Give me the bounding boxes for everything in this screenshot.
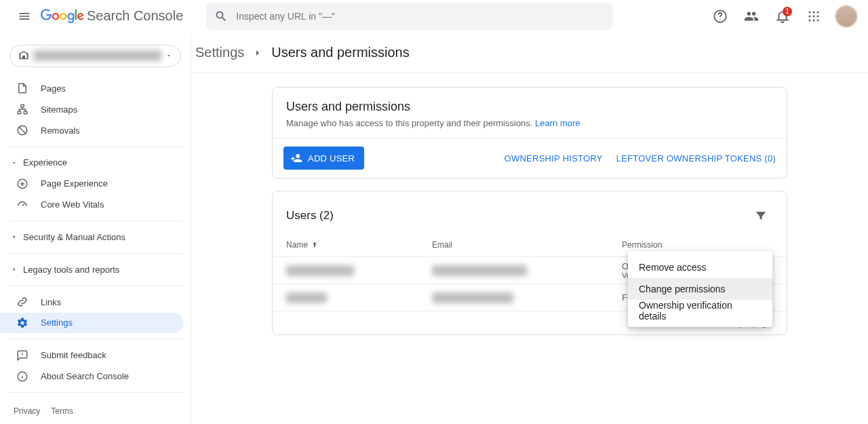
gear-icon: [16, 317, 28, 329]
circle-plus-icon: [16, 178, 28, 190]
menu-item-ownership-verification[interactable]: Ownership verification details: [628, 300, 772, 322]
product-name: Search Console: [87, 8, 183, 24]
users-count-title: Users (2): [286, 209, 334, 223]
sidebar: Pages Sitemaps Removals Experience Page …: [0, 33, 191, 424]
leftover-tokens-link[interactable]: LEFTOVER OWNERSHIP TOKENS (0): [616, 153, 776, 163]
page-icon: [16, 82, 28, 94]
email-redacted: [432, 292, 513, 303]
people-button[interactable]: [738, 3, 765, 30]
help-button[interactable]: [707, 3, 734, 30]
sidebar-item-pages[interactable]: Pages: [0, 78, 184, 99]
help-icon: [713, 9, 728, 24]
name-redacted: [286, 292, 327, 303]
svg-rect-11: [21, 104, 24, 107]
search-icon: [214, 9, 228, 23]
chevron-down-icon: [165, 52, 172, 59]
svg-point-5: [809, 15, 811, 17]
sidebar-item-sitemaps[interactable]: Sitemaps: [0, 99, 184, 120]
col-email[interactable]: Email: [432, 240, 622, 250]
sidebar-item-label: Links: [41, 297, 61, 307]
svg-point-9: [813, 19, 815, 21]
block-icon: [16, 124, 28, 136]
speed-icon: [16, 199, 28, 211]
domain-icon: [18, 50, 29, 61]
sidebar-item-core-web-vitals[interactable]: Core Web Vitals: [0, 194, 184, 215]
apps-button[interactable]: [800, 3, 827, 30]
ownership-history-link[interactable]: OWNERSHIP HISTORY: [505, 153, 603, 163]
logo[interactable]: Search Console: [41, 8, 183, 24]
svg-point-4: [817, 11, 819, 13]
sidebar-item-feedback[interactable]: Submit feedback: [0, 345, 184, 366]
google-logo-icon: [41, 9, 84, 24]
sidebar-item-removals[interactable]: Removals: [0, 120, 184, 141]
menu-item-change-permissions[interactable]: Change permissions: [628, 278, 772, 300]
property-selector[interactable]: [9, 45, 181, 67]
main-menu-button[interactable]: [11, 3, 38, 30]
sidebar-item-label: About Search Console: [41, 371, 129, 381]
filter-button[interactable]: [749, 204, 773, 228]
svg-point-1: [719, 18, 720, 19]
sidebar-item-label: Pages: [41, 83, 66, 94]
breadcrumb-settings[interactable]: Settings: [195, 45, 244, 60]
sidebar-item-settings[interactable]: Settings: [0, 313, 184, 334]
chevron-right-icon: [11, 233, 18, 240]
breadcrumb: Settings Users and permissions: [194, 33, 868, 73]
sidebar-section-security[interactable]: Security & Manual Actions: [0, 227, 191, 248]
sidebar-item-links[interactable]: Links: [0, 292, 184, 313]
info-icon: [16, 370, 28, 383]
svg-rect-13: [24, 111, 27, 114]
card-subtitle: Manage who has access to this property a…: [286, 118, 532, 128]
email-redacted: [432, 265, 527, 276]
page-title: Users and permissions: [271, 45, 409, 60]
filter-icon: [754, 209, 768, 223]
sidebar-item-label: Removals: [41, 126, 80, 136]
sidebar-item-label: Submit feedback: [41, 350, 106, 360]
svg-rect-12: [18, 111, 21, 114]
sidebar-section-label: Legacy tools and reports: [23, 265, 119, 275]
sidebar-section-label: Experience: [23, 157, 67, 168]
svg-point-2: [809, 11, 811, 13]
name-redacted: [286, 265, 354, 276]
notifications-button[interactable]: 1: [769, 3, 796, 30]
url-inspect-search[interactable]: [206, 3, 613, 30]
add-user-button[interactable]: ADD USER: [283, 147, 364, 170]
card-title: Users and permissions: [286, 100, 773, 114]
sitemap-icon: [16, 103, 28, 115]
people-icon: [744, 9, 759, 24]
svg-point-7: [817, 15, 819, 17]
sidebar-section-legacy[interactable]: Legacy tools and reports: [0, 259, 191, 280]
svg-point-6: [813, 15, 815, 17]
property-name-redacted: [33, 50, 161, 61]
svg-point-3: [813, 11, 815, 13]
svg-point-8: [809, 19, 811, 21]
link-icon: [16, 296, 28, 308]
learn-more-link[interactable]: Learn more: [535, 118, 580, 128]
col-permission[interactable]: Permission: [622, 240, 773, 250]
account-avatar[interactable]: [835, 5, 857, 27]
feedback-icon: [16, 349, 28, 362]
sidebar-item-label: Settings: [41, 317, 73, 328]
terms-link[interactable]: Terms: [51, 406, 73, 416]
notification-badge: 1: [783, 7, 792, 16]
sidebar-item-page-experience[interactable]: Page Experience: [0, 173, 184, 194]
sidebar-item-about[interactable]: About Search Console: [0, 366, 184, 387]
chevron-right-icon: [11, 266, 18, 273]
sidebar-section-label: Security & Manual Actions: [23, 232, 125, 242]
sidebar-section-experience[interactable]: Experience: [0, 152, 191, 173]
chevron-right-icon: [252, 47, 263, 58]
col-name[interactable]: Name: [286, 240, 432, 250]
arrow-up-icon: [311, 241, 319, 249]
person-add-icon: [290, 152, 302, 164]
user-action-menu: Remove access Change permissions Ownersh…: [628, 251, 772, 327]
sidebar-item-label: Core Web Vitals: [41, 199, 104, 210]
chevron-down-icon: [11, 159, 18, 166]
sidebar-item-label: Sitemaps: [41, 104, 77, 115]
search-input[interactable]: [236, 11, 605, 22]
svg-point-10: [817, 19, 819, 21]
permissions-header-card: Users and permissions Manage who has acc…: [272, 87, 787, 178]
add-user-label: ADD USER: [308, 153, 355, 163]
sidebar-item-label: Page Experience: [41, 178, 108, 189]
privacy-link[interactable]: Privacy: [14, 406, 40, 416]
apps-grid-icon: [808, 10, 820, 22]
menu-item-remove-access[interactable]: Remove access: [628, 256, 772, 278]
